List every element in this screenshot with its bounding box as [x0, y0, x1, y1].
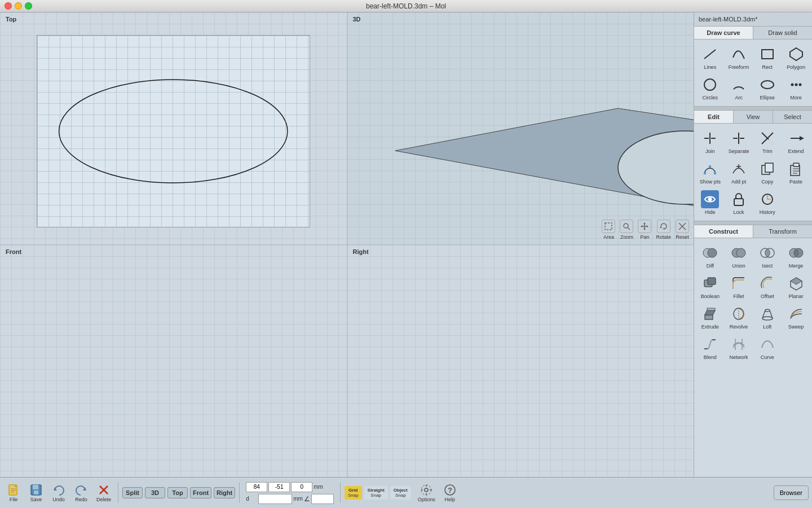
tool-curve[interactable]: Curve	[754, 333, 782, 362]
tool-history[interactable]: History	[754, 188, 782, 217]
close-button[interactable]	[5, 2, 12, 10]
coord-z-input[interactable]	[291, 482, 312, 492]
tool-merge[interactable]: Merge	[782, 242, 810, 271]
reset-control[interactable]: Reset	[676, 220, 689, 240]
tool-sweep[interactable]: Sweep	[782, 303, 810, 332]
undo-label: Undo	[52, 497, 65, 502]
options-button[interactable]: Options	[416, 481, 438, 504]
viewport-top[interactable]: Top	[0, 12, 347, 244]
viewport-3d[interactable]: 3D Area	[347, 12, 694, 244]
rotate-control[interactable]: Rotate	[656, 220, 671, 240]
tool-polygon[interactable]: Polygon	[782, 43, 810, 72]
tool-loft[interactable]: Loft	[754, 303, 782, 332]
tool-paste[interactable]: Paste	[782, 157, 810, 187]
tool-planar[interactable]: Planar	[782, 272, 810, 301]
zoom-control[interactable]: Zoom	[620, 220, 633, 240]
view-right-button[interactable]: Right	[214, 487, 235, 498]
coord-row-d: d mm ∠	[246, 494, 334, 504]
area-control[interactable]: Area	[602, 220, 615, 240]
pan-icon	[638, 220, 651, 233]
tool-extend[interactable]: Extend	[782, 127, 810, 156]
tool-lines[interactable]: Lines	[696, 43, 724, 72]
tool-diff[interactable]: Diff	[696, 242, 724, 271]
construct-section-divider	[694, 221, 812, 225]
straight-snap-button[interactable]: Straight Snap	[364, 486, 388, 500]
tab-draw-solid[interactable]: Draw solid	[753, 27, 812, 39]
tool-trim[interactable]: Trim	[754, 127, 782, 156]
viewport-front[interactable]: Front	[0, 245, 347, 477]
tool-rect[interactable]: Rect	[754, 43, 782, 72]
edit-tools: Join Separate	[694, 124, 812, 221]
redo-button[interactable]: Redo	[71, 481, 91, 504]
tool-add-pt[interactable]: Add pt	[725, 157, 753, 187]
tool-revolve[interactable]: Revolve	[725, 303, 753, 332]
coord-angle-input[interactable]	[311, 494, 334, 504]
separator-2	[239, 483, 240, 503]
fillet-icon	[730, 274, 748, 292]
tab-select[interactable]: Select	[773, 111, 812, 123]
tool-more-draw[interactable]: More	[782, 73, 810, 103]
help-icon: ?	[443, 483, 457, 497]
file-button[interactable]: File	[3, 481, 24, 504]
extrude-icon	[701, 305, 719, 323]
tool-blend[interactable]: Blend	[696, 333, 724, 362]
undo-button[interactable]: Undo	[48, 481, 69, 504]
traffic-lights	[5, 2, 32, 10]
tool-join[interactable]: Join	[696, 127, 724, 156]
tool-boolean[interactable]: Boolean	[696, 272, 724, 301]
tool-offset[interactable]: Offset	[754, 272, 782, 301]
viewport-right[interactable]: Right	[347, 245, 694, 477]
window-title: bear-left-MOLD.3dm – Mol	[366, 2, 446, 10]
view-front-button[interactable]: Front	[190, 487, 211, 498]
separator-3	[340, 483, 341, 503]
object-snap-button[interactable]: Object Snap	[390, 486, 411, 500]
right-profile	[347, 245, 694, 477]
coord-x-input[interactable]	[246, 482, 267, 492]
tool-freeform[interactable]: Freeform	[725, 43, 753, 72]
grid-snap-button[interactable]: Grid Snap	[345, 486, 362, 500]
view-top-button[interactable]: Top	[167, 487, 188, 498]
svg-rect-4	[605, 223, 612, 230]
tab-draw-curve[interactable]: Draw curve	[694, 27, 753, 39]
help-button[interactable]: ? Help	[440, 481, 460, 504]
tool-network[interactable]: Network	[725, 333, 753, 362]
edit-section-divider	[694, 106, 812, 111]
view-3d-button[interactable]: 3D	[145, 487, 165, 498]
tool-union[interactable]: Union	[725, 242, 753, 271]
tab-view[interactable]: View	[734, 111, 773, 123]
loft-label: Loft	[763, 324, 771, 330]
split-button[interactable]: Split	[122, 487, 143, 498]
svg-rect-67	[707, 308, 715, 310]
browser-button[interactable]: Browser	[774, 485, 809, 500]
tool-fillet[interactable]: Fillet	[725, 272, 753, 301]
tool-isect[interactable]: Isect	[754, 242, 782, 271]
help-label: Help	[444, 497, 455, 502]
sweep-icon	[787, 305, 805, 323]
pan-control[interactable]: Pan	[638, 220, 651, 240]
file-label: File	[10, 497, 18, 502]
maximize-button[interactable]	[25, 2, 32, 10]
tool-copy[interactable]: Copy	[754, 157, 782, 187]
circles-label: Circles	[703, 95, 718, 100]
save-button[interactable]: Save	[26, 481, 46, 504]
tool-lock[interactable]: Lock	[725, 188, 753, 217]
coord-y-input[interactable]	[268, 482, 290, 492]
delete-button[interactable]: Delete	[94, 481, 114, 504]
tool-hide[interactable]: Hide	[696, 188, 724, 217]
tool-ellipse[interactable]: Ellipse	[754, 73, 782, 103]
coord-d-input[interactable]	[258, 494, 292, 504]
blend-label: Blend	[704, 354, 717, 360]
tool-separate[interactable]: Separate	[725, 127, 753, 156]
tab-edit[interactable]: Edit	[694, 111, 734, 123]
tool-show-pts[interactable]: Show pts	[696, 157, 724, 187]
redo-icon	[74, 483, 88, 497]
merge-icon	[787, 244, 805, 262]
minimize-button[interactable]	[15, 2, 22, 10]
tool-arc[interactable]: Arc	[725, 73, 753, 103]
svg-rect-46	[793, 163, 799, 167]
tool-circles[interactable]: Circles	[696, 73, 724, 103]
revolve-label: Revolve	[730, 324, 748, 330]
tab-transform[interactable]: Transform	[753, 225, 812, 238]
tab-construct[interactable]: Construct	[694, 225, 753, 238]
tool-extrude[interactable]: Extrude	[696, 303, 724, 332]
